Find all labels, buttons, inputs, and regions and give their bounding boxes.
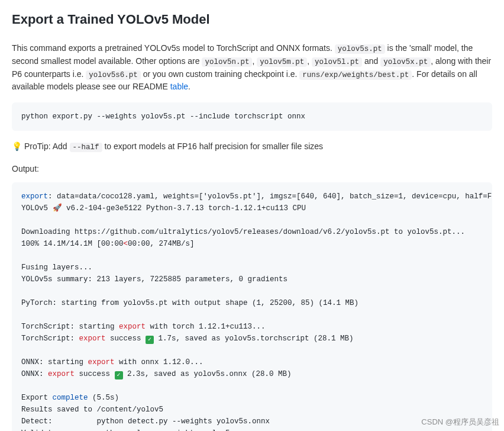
intro-paragraph: This command exports a pretrained YOLOv5… [12, 42, 492, 93]
op: < [124, 240, 128, 248]
text: Downloading https://github.com/ultralyti… [21, 228, 465, 236]
text: PyTorch: starting from yolov5s.pt with o… [21, 299, 358, 307]
output-block: export: data=data/coco128.yaml, weights=… [12, 182, 492, 431]
text: ProTip: Add [24, 141, 70, 151]
text: Export [21, 394, 53, 402]
text: to export models at FP16 half precision … [102, 141, 324, 151]
watermark: CSDN @程序员吴彦祖 [421, 416, 499, 428]
text: with onnx 1.12.0... [115, 358, 203, 366]
text: This command exports a pretrained YOLOv5… [12, 43, 335, 53]
text: Results saved to /content/yolov5 [21, 406, 163, 414]
text: with torch 1.12.1+cu113... [146, 323, 266, 331]
text: TorchScript: starting [21, 323, 119, 331]
text: 1.7s, saved as yolov5s.torchscript (28.1… [154, 334, 354, 343]
bulb-icon: 💡 [12, 141, 22, 151]
text: or you own custom training checkpoint i.… [141, 69, 299, 79]
kw: export [21, 192, 48, 201]
inline-code: yolov5s6.pt [86, 70, 141, 80]
text: ONNX: [21, 370, 48, 378]
inline-code: yolov5n.pt [202, 57, 252, 67]
kw: export [119, 323, 146, 331]
inline-code: yolov5s.pt [335, 44, 385, 54]
text: YOLOv5 🚀 v6.2-104-ge3e5122 Python-3.7.13… [21, 204, 306, 213]
text: , [307, 56, 312, 66]
inline-code: yolov5m.pt [257, 57, 307, 67]
kw: complete [53, 394, 88, 402]
protip: 💡ProTip: Add --half to export models at … [12, 140, 492, 153]
text: Detect: python detect.py --weights yolov… [21, 417, 270, 426]
readme-table-link[interactable]: table [170, 82, 188, 91]
text: . [188, 82, 190, 91]
command-block: python export.py --weights yolov5s.pt --… [12, 102, 492, 131]
text: : data=data/coco128.yaml, weights=['yolo… [48, 192, 492, 201]
kw: export [79, 334, 106, 343]
output-label: Output: [12, 163, 492, 175]
text: ONNX: starting [21, 358, 88, 366]
kw: export [48, 370, 75, 378]
article: Export a Trained YOLOv5 Model This comma… [0, 0, 504, 431]
text: YOLOv5s summary: 213 layers, 7225885 par… [21, 275, 287, 284]
text: 2.3s, saved as yolov5s.onnx (28.0 MB) [123, 370, 292, 378]
text: and [362, 56, 380, 66]
inline-code: yolov5l.pt [312, 57, 362, 67]
inline-code: runs/exp/weights/best.pt [299, 70, 412, 80]
check-icon: ✓ [115, 371, 123, 379]
text: (5.5s) [88, 394, 119, 402]
check-icon: ✓ [146, 336, 154, 344]
kw: export [88, 358, 115, 366]
text: TorchScript: [21, 334, 79, 343]
text: 00:00, 274MB/s] [128, 240, 195, 248]
inline-code: yolov5x.pt [380, 57, 431, 67]
text: 100% 14.1M/14.1M [00:00 [21, 240, 124, 248]
text: success [106, 334, 146, 343]
text: Fusing layers... [21, 263, 92, 272]
page-title: Export a Trained YOLOv5 Model [12, 9, 492, 33]
text: success [75, 370, 115, 378]
inline-code: --half [70, 143, 102, 152]
